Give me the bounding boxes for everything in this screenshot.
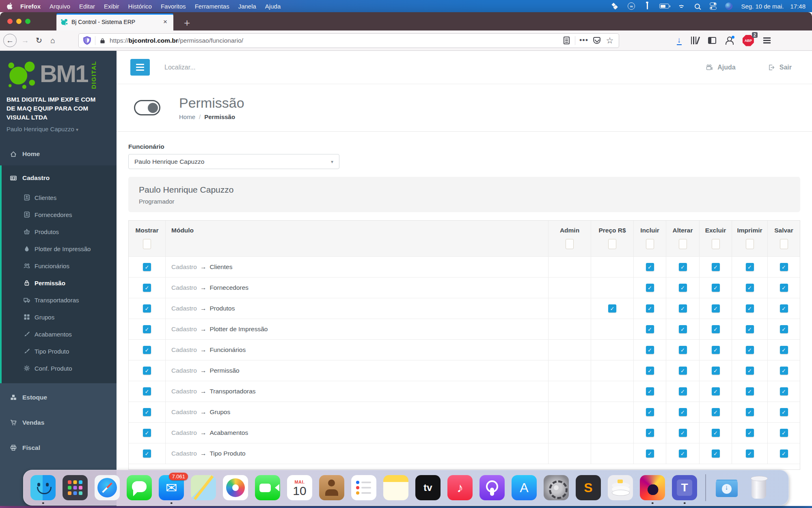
checkbox-salvar-acabamentos[interactable]: ✓ <box>780 429 788 437</box>
dock-contacts-icon[interactable] <box>319 475 344 500</box>
checkbox-imprimir-produtos[interactable]: ✓ <box>746 304 754 313</box>
sidebar-item-fornecedores[interactable]: Fornecedores <box>2 206 117 223</box>
checkbox-incluir-acabamentos[interactable]: ✓ <box>646 429 654 437</box>
sidebar-item-transportadoras[interactable]: Transportadoras <box>2 291 117 308</box>
dock-stacks-icon[interactable] <box>608 475 633 500</box>
checkbox-salvar-tipo-produto[interactable]: ✓ <box>780 449 788 458</box>
sidebars-icon[interactable] <box>708 37 716 44</box>
zoom-window-button[interactable] <box>25 19 30 24</box>
checkbox-salvar-produtos[interactable]: ✓ <box>780 304 788 313</box>
siri-status-icon[interactable] <box>725 2 732 10</box>
https-lock-icon[interactable] <box>99 37 106 44</box>
dock-trash-icon[interactable] <box>746 475 771 500</box>
sidebar-item-plotter-de-impressao[interactable]: Plotter de Impressão <box>2 240 117 257</box>
checkbox-imprimir-plotter-de-impressao[interactable]: ✓ <box>746 325 754 333</box>
checkbox-imprimir-permissao[interactable]: ✓ <box>746 367 754 375</box>
tracking-protection-shield-icon[interactable] <box>83 36 91 45</box>
adblock-plus-icon[interactable]: ABP 2 <box>743 35 754 46</box>
checkbox-mostrar-fornecedores[interactable]: ✓ <box>143 284 151 292</box>
pocket-icon[interactable] <box>592 37 601 44</box>
sidebar-item-acabamentos[interactable]: Acabamentos <box>2 326 117 343</box>
dock-downloads-folder-icon[interactable]: ↓ <box>714 475 739 500</box>
checkbox-excluir-permissao[interactable]: ✓ <box>712 367 720 375</box>
checkbox-imprimir-transportadoras[interactable]: ✓ <box>746 387 754 395</box>
select-all-checkbox-incluir[interactable] <box>646 239 654 249</box>
checkbox-salvar-plotter-de-impressao[interactable]: ✓ <box>780 325 788 333</box>
checkbox-alterar-tipo-produto[interactable]: ✓ <box>679 449 687 458</box>
menu-historico[interactable]: Histórico <box>124 3 156 10</box>
sidebar-item-grupos[interactable]: Grupos <box>2 308 117 326</box>
dock-facetime-icon[interactable] <box>255 475 280 500</box>
sidebar-user-dropdown[interactable]: Paulo Henrique Capuzzo ▾ <box>6 126 109 132</box>
search-input[interactable]: Localizar... <box>164 64 195 71</box>
checkbox-excluir-transportadoras[interactable]: ✓ <box>712 387 720 395</box>
control-center-status-icon[interactable] <box>709 2 717 10</box>
sidebar-toggle-button[interactable] <box>130 59 150 76</box>
menu-exibir[interactable]: Exibir <box>99 3 124 10</box>
sidebar-item-funcionarios[interactable]: Funcionários <box>2 257 117 274</box>
reader-view-icon[interactable] <box>562 37 571 44</box>
close-window-button[interactable] <box>7 19 13 24</box>
checkbox-mostrar-funcionarios[interactable]: ✓ <box>143 346 151 354</box>
checkbox-excluir-produtos[interactable]: ✓ <box>712 304 720 313</box>
select-all-checkbox-imprimir[interactable] <box>746 239 754 249</box>
checkbox-incluir-plotter-de-impressao[interactable]: ✓ <box>646 325 654 333</box>
checkbox-imprimir-grupos[interactable]: ✓ <box>746 408 754 416</box>
checkbox-incluir-produtos[interactable]: ✓ <box>646 304 654 313</box>
dropbox-status-icon[interactable] <box>611 2 619 10</box>
menu-arquivo[interactable]: Arquivo <box>45 3 75 10</box>
checkbox-alterar-clientes[interactable]: ✓ <box>679 263 687 271</box>
dock-apple-tv-icon[interactable]: tv <box>415 475 441 500</box>
exit-link[interactable]: Sair <box>767 64 792 71</box>
reload-icon[interactable]: ↻ <box>32 34 46 48</box>
select-all-checkbox-preco-r[interactable] <box>608 239 616 249</box>
select-all-checkbox-excluir[interactable] <box>712 239 720 249</box>
checkbox-incluir-funcionarios[interactable]: ✓ <box>646 346 654 354</box>
menu-editar[interactable]: Editar <box>75 3 99 10</box>
dock-teams-icon[interactable]: T <box>672 475 697 500</box>
breadcrumb-home-link[interactable]: Home <box>179 113 195 120</box>
forward-icon[interactable]: → <box>18 34 32 48</box>
menu-ferramentas[interactable]: Ferramentas <box>190 3 234 10</box>
checkbox-alterar-fornecedores[interactable]: ✓ <box>679 284 687 292</box>
dock-app-store-icon[interactable]: A <box>512 475 537 500</box>
wifi-status-icon[interactable] <box>678 2 685 10</box>
dock-sublime-text-icon[interactable]: S <box>576 475 601 500</box>
url-text[interactable]: https://bjcontrol.com.br/permissao/funci… <box>110 37 558 44</box>
menu-janela[interactable]: Janela <box>234 3 261 10</box>
checkbox-mostrar-acabamentos[interactable]: ✓ <box>143 429 151 437</box>
checkbox-excluir-grupos[interactable]: ✓ <box>712 408 720 416</box>
checkbox-alterar-permissao[interactable]: ✓ <box>679 367 687 375</box>
dock-messages-icon[interactable] <box>127 475 152 500</box>
checkbox-alterar-produtos[interactable]: ✓ <box>679 304 687 313</box>
checkbox-incluir-permissao[interactable]: ✓ <box>646 367 654 375</box>
apple-menu-icon[interactable] <box>6 2 13 10</box>
checkbox-salvar-funcionarios[interactable]: ✓ <box>780 346 788 354</box>
checkbox-incluir-fornecedores[interactable]: ✓ <box>646 284 654 292</box>
menu-favoritos[interactable]: Favoritos <box>156 3 190 10</box>
dock-mail-icon[interactable]: ✉7.061 <box>159 475 184 500</box>
dock-firefox-icon[interactable] <box>640 475 665 500</box>
checkbox-salvar-permissao[interactable]: ✓ <box>780 367 788 375</box>
checkbox-mostrar-grupos[interactable]: ✓ <box>143 408 151 416</box>
dock-music-icon[interactable]: ♪ <box>447 475 473 500</box>
spotlight-status-icon[interactable] <box>693 2 701 10</box>
checkbox-salvar-clientes[interactable]: ✓ <box>780 263 788 271</box>
menu-bar-clock[interactable]: Seg. 10 de mai. 17:48 <box>741 3 806 10</box>
minimize-window-button[interactable] <box>16 19 22 24</box>
checkbox-imprimir-fornecedores[interactable]: ✓ <box>746 284 754 292</box>
dock-maps-icon[interactable] <box>191 475 216 500</box>
home-icon[interactable]: ⌂ <box>46 34 60 48</box>
dock-safari-icon[interactable] <box>95 475 120 500</box>
sidebar-item-produtos[interactable]: Produtos <box>2 223 117 240</box>
menu-firefox[interactable]: Firefox <box>16 3 45 10</box>
browser-tab[interactable]: Bj Control - Sistema ERP × <box>56 13 173 30</box>
checkbox-excluir-fornecedores[interactable]: ✓ <box>712 284 720 292</box>
checkbox-incluir-tipo-produto[interactable]: ✓ <box>646 449 654 458</box>
url-bar[interactable]: https://bjcontrol.com.br/permissao/funci… <box>78 33 619 48</box>
sidebar-item-clientes[interactable]: Clientes <box>2 189 117 206</box>
checkbox-mostrar-plotter-de-impressao[interactable]: ✓ <box>143 325 151 333</box>
select-all-checkbox-alterar[interactable] <box>679 239 687 249</box>
checkbox-incluir-grupos[interactable]: ✓ <box>646 408 654 416</box>
dock-system-preferences-icon[interactable] <box>544 475 569 500</box>
